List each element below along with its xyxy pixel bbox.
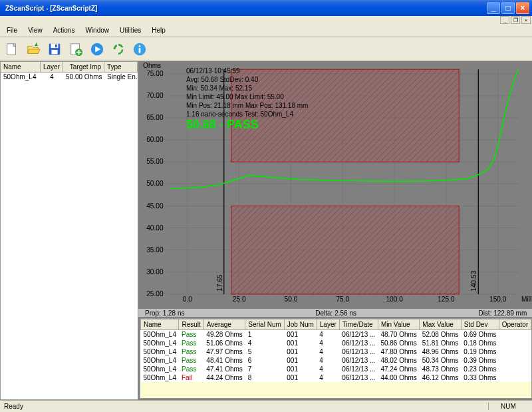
menu-bar: File View Actions Window Utilities Help bbox=[0, 25, 532, 37]
svg-rect-10 bbox=[139, 48, 141, 53]
open-button[interactable] bbox=[24, 40, 43, 59]
window-title: ZScanScript - [ZScanScriptZ] bbox=[3, 5, 487, 12]
play-button[interactable] bbox=[88, 40, 106, 59]
menu-help[interactable]: Help bbox=[146, 25, 171, 37]
menu-utilities[interactable]: Utilities bbox=[114, 25, 146, 37]
new-button[interactable] bbox=[3, 40, 21, 59]
svg-rect-4 bbox=[55, 44, 57, 47]
svg-rect-2 bbox=[51, 43, 59, 47]
maximize-button[interactable]: □ bbox=[501, 2, 515, 14]
toolbar bbox=[0, 37, 532, 61]
menu-window[interactable]: Window bbox=[80, 25, 114, 37]
minimize-button[interactable]: _ bbox=[487, 2, 500, 14]
mdi-restore-button[interactable]: ❐ bbox=[511, 16, 520, 24]
mdi-minimize-button[interactable]: _ bbox=[500, 16, 509, 24]
menu-view[interactable]: View bbox=[23, 25, 48, 37]
svg-rect-3 bbox=[51, 49, 57, 53]
menu-file[interactable]: File bbox=[1, 25, 23, 37]
info-button[interactable] bbox=[130, 40, 149, 59]
svg-point-9 bbox=[139, 45, 141, 47]
menu-actions[interactable]: Actions bbox=[48, 25, 80, 37]
close-button[interactable]: × bbox=[516, 2, 529, 14]
save-button[interactable] bbox=[45, 40, 64, 59]
title-bar: ZScanScript - [ZScanScriptZ] _ □ × bbox=[0, 0, 532, 16]
recycle-button[interactable] bbox=[109, 40, 128, 59]
add-page-button[interactable] bbox=[66, 40, 85, 59]
mdi-bar: _ ❐ × bbox=[0, 16, 532, 25]
mdi-close-button[interactable]: × bbox=[521, 16, 531, 24]
